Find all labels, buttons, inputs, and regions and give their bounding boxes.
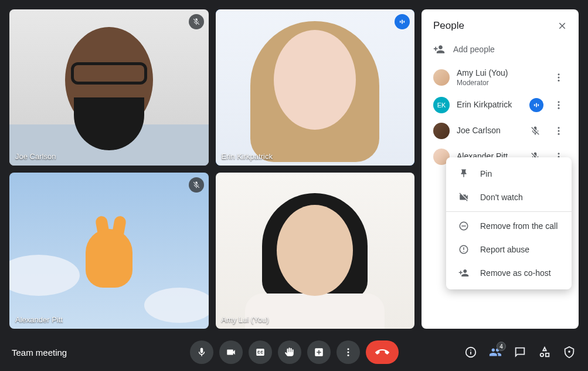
more-options-button[interactable] (550, 69, 567, 86)
participant-name-label: Joe Carlson (15, 152, 56, 161)
mic-muted-icon (527, 123, 543, 139)
captions-button[interactable] (249, 340, 272, 364)
participant-count-badge: 4 (497, 342, 506, 351)
video-feed (9, 173, 209, 329)
menu-separator (446, 211, 572, 212)
avatar (433, 123, 450, 139)
speaking-indicator-icon (395, 14, 410, 29)
participant-name: Joe Carlson (457, 126, 520, 136)
svg-point-11 (558, 107, 560, 109)
svg-point-32 (568, 350, 570, 353)
avatar: EK (433, 97, 450, 113)
svg-rect-2 (403, 21, 405, 23)
right-panel-icons: 4 (464, 345, 576, 359)
warning-icon (458, 244, 470, 255)
speaking-indicator-icon (529, 98, 543, 112)
videocam-off-icon (458, 192, 470, 203)
menu-item-remove-cohost[interactable]: Remove as co-host (446, 261, 572, 285)
pin-icon (458, 168, 470, 179)
mic-toggle-button[interactable] (190, 340, 213, 364)
svg-marker-29 (543, 348, 546, 351)
add-people-label: Add people (453, 45, 495, 54)
participant-actions-menu: Pin Don't watch Remove from the call Rep… (446, 157, 572, 289)
camera-toggle-button[interactable] (219, 340, 243, 364)
video-tile-alexander[interactable]: Alexander Pitt (9, 173, 209, 329)
menu-item-report-abuse[interactable]: Report abuse (446, 238, 572, 261)
menu-item-dont-watch[interactable]: Don't watch (446, 186, 572, 209)
svg-point-12 (558, 127, 560, 129)
more-options-button[interactable] (550, 123, 567, 139)
video-tile-self[interactable]: Amy Lui (You) (216, 173, 415, 329)
participant-name: Erin Kirkpatrick (457, 100, 522, 110)
close-panel-button[interactable] (555, 19, 569, 33)
people-panel-button[interactable]: 4 (488, 345, 502, 359)
svg-point-30 (541, 353, 544, 357)
participant-name-label: Alexander Pitt (15, 315, 63, 324)
panel-title: People (433, 20, 555, 32)
svg-point-28 (470, 349, 471, 350)
raise-hand-button[interactable] (278, 340, 301, 364)
svg-rect-1 (402, 20, 403, 24)
menu-item-remove-call[interactable]: Remove from the call (446, 214, 572, 238)
svg-point-23 (347, 348, 349, 350)
participant-subtitle: Moderator (457, 79, 543, 87)
participant-name: Amy Lui (You) (457, 68, 543, 79)
svg-rect-6 (534, 104, 535, 106)
participant-row: Joe Carlson (426, 118, 574, 144)
video-feed (216, 9, 415, 166)
svg-point-13 (558, 130, 560, 131)
person-remove-icon (458, 268, 470, 278)
svg-rect-0 (400, 21, 401, 23)
hang-up-button[interactable] (366, 340, 399, 364)
svg-point-15 (558, 153, 560, 154)
svg-rect-8 (538, 104, 539, 106)
avatar (433, 69, 450, 86)
video-feed (216, 173, 415, 329)
remove-circle-icon (458, 221, 470, 231)
svg-point-25 (347, 355, 349, 356)
video-tile-erin[interactable]: Erin Kirkpatrick (216, 9, 415, 166)
activities-button[interactable] (538, 345, 552, 359)
more-options-button[interactable] (337, 340, 360, 364)
call-controls (190, 340, 399, 364)
menu-item-pin[interactable]: Pin (446, 162, 572, 186)
mic-muted-icon (189, 177, 204, 193)
add-people-button[interactable]: Add people (422, 38, 579, 61)
participant-row: Amy Lui (You) Moderator (426, 63, 574, 92)
people-panel: People Add people Amy Lui (You) Moderato… (422, 9, 579, 329)
svg-rect-31 (546, 353, 549, 357)
svg-point-14 (558, 133, 560, 134)
svg-point-3 (558, 74, 560, 76)
person-add-icon (433, 43, 445, 55)
participant-name-label: Amy Lui (You) (222, 315, 269, 324)
svg-point-24 (347, 352, 349, 353)
bottom-bar: Team meeting 4 (0, 333, 588, 371)
svg-point-4 (558, 77, 560, 79)
svg-point-10 (558, 104, 560, 106)
meeting-name: Team meeting (12, 348, 129, 357)
host-controls-button[interactable] (562, 345, 576, 359)
meeting-info-button[interactable] (464, 345, 478, 359)
participant-name-label: Erin Kirkpatrick (222, 152, 273, 161)
more-options-button[interactable] (550, 97, 567, 113)
svg-point-5 (558, 80, 560, 82)
video-grid: Joe Carlson Erin Kirkpatrick Alexander P… (9, 9, 414, 329)
video-feed (9, 9, 209, 166)
svg-point-22 (463, 251, 464, 252)
video-tile-joe[interactable]: Joe Carlson (9, 9, 209, 166)
present-screen-button[interactable] (307, 340, 331, 364)
svg-point-9 (558, 101, 560, 103)
chat-button[interactable] (513, 345, 527, 359)
participant-row: EK Erin Kirkpatrick (426, 92, 574, 118)
svg-rect-7 (536, 103, 537, 107)
mic-muted-icon (189, 14, 204, 29)
